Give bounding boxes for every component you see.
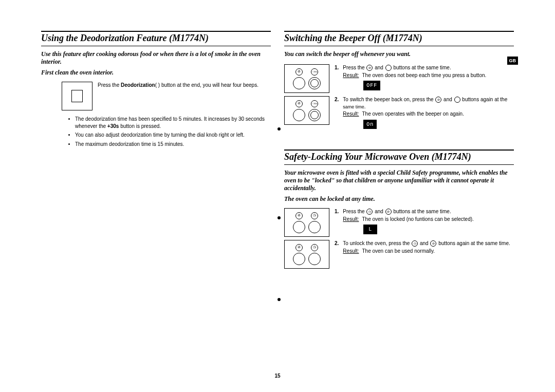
page-number: 15 xyxy=(0,373,555,379)
panel-diagram: ⊘ ◷ xyxy=(284,240,329,269)
section-title-deodorization: Using the Deodorization Feature (M1774N) xyxy=(41,33,271,44)
step-number: 2. xyxy=(335,96,339,129)
panel-diagram: ⊘ +30s xyxy=(284,96,329,125)
stop-icon: ⊘ xyxy=(435,97,441,103)
section-title-safety: Safety-Locking Your Microwave Oven (M177… xyxy=(284,152,514,162)
list-item: You can also adjust deodorization time b… xyxy=(75,132,271,139)
lcd-display: On xyxy=(363,120,377,129)
stop-icon: ⊘ xyxy=(295,68,303,76)
deodorization-step: Press the Deodorization( ) button at the… xyxy=(62,82,271,110)
tab-dot xyxy=(278,298,281,301)
tab-dot xyxy=(278,216,281,219)
list-item: The maximum deodorization time is 15 min… xyxy=(75,141,271,148)
lcd-display: L xyxy=(363,225,377,234)
beeper-step-2: ⊘ +30s 2. To switch the beeper back on, … xyxy=(284,96,514,129)
intro2-safety: The oven can be locked at any time. xyxy=(284,195,514,203)
safety-step-2: ⊘ ◷ 2. To unlock the oven, press the ◷ a… xyxy=(284,240,514,269)
lcd-display: OFF xyxy=(363,81,380,90)
start-icon xyxy=(385,65,392,71)
stop-icon: ⊘ xyxy=(295,244,303,251)
deodorization-icon xyxy=(71,90,83,102)
clock-icon: ◷ xyxy=(412,240,418,247)
region-badge: GB xyxy=(507,57,519,65)
stop-icon: ⊘ xyxy=(430,240,436,247)
safety-step-1: ⊘ ◷ 1. Press the ◷ and ⊘ buttons at the … xyxy=(284,208,514,237)
deodor-step-text: Press the Deodorization( ) button at the… xyxy=(98,82,271,89)
intro-deodorization: Use this feature after cooking odorous f… xyxy=(41,50,271,66)
start-icon: +30s xyxy=(311,100,318,107)
panel-diagram: ⊘ +30s xyxy=(284,64,329,93)
beeper-step-1: ⊘ +30s 1. Press the ⊘ and buttons at the… xyxy=(284,64,514,93)
page-body: Using the Deodorization Feature (M1774N)… xyxy=(0,0,555,282)
step-number: 1. xyxy=(335,208,339,234)
stop-icon: ⊘ xyxy=(366,65,373,71)
step-number: 2. xyxy=(335,240,339,254)
step-number: 1. xyxy=(335,64,339,90)
intro-beeper: You can switch the beeper off whenever y… xyxy=(284,50,514,58)
intro-safety: Your microwave oven is fitted with a spe… xyxy=(284,169,514,192)
stop-icon: ⊘ xyxy=(295,212,303,219)
stop-icon: ⊘ xyxy=(385,209,392,215)
section-title-beeper: Switching the Beeper Off (M1774N) xyxy=(284,33,514,44)
deodorization-notes: The deodorization time has been specifie… xyxy=(67,116,271,147)
clock-icon: ◷ xyxy=(311,212,318,219)
stop-icon: ⊘ xyxy=(295,100,303,107)
tab-dot xyxy=(278,127,281,130)
start-icon xyxy=(454,97,460,103)
panel-diagram-deodor xyxy=(62,82,92,110)
clock-icon: ◷ xyxy=(366,209,373,215)
start-icon: +30s xyxy=(311,68,318,76)
intro2-deodorization: First clean the oven interior. xyxy=(41,69,271,77)
section-safety-lock: Safety-Locking Your Microwave Oven (M177… xyxy=(284,150,514,269)
panel-diagram: ⊘ ◷ xyxy=(284,208,329,237)
left-column: Using the Deodorization Feature (M1774N)… xyxy=(41,31,271,272)
list-item: The deodorization time has been specifie… xyxy=(75,116,271,129)
right-column: Switching the Beeper Off (M1774N) You ca… xyxy=(284,31,514,272)
clock-icon: ◷ xyxy=(311,244,318,251)
